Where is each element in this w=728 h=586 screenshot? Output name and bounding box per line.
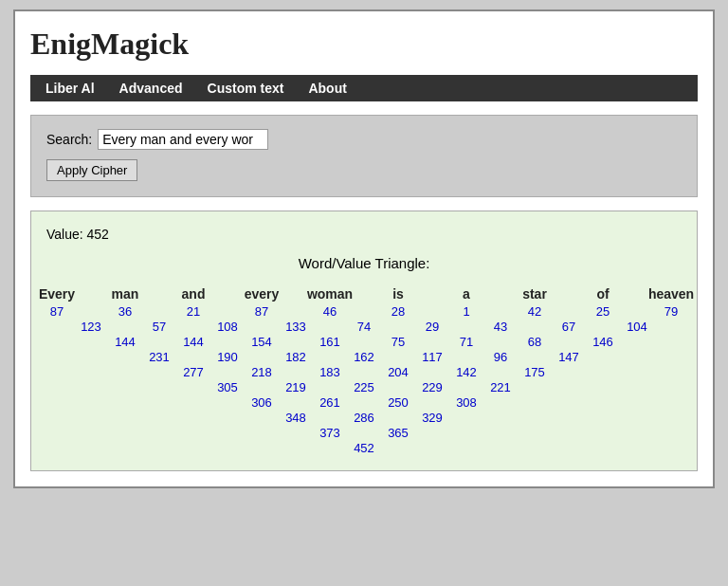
num-link[interactable]: 250	[388, 395, 409, 410]
num-link[interactable]: 29	[426, 320, 439, 334]
search-label: Search:	[46, 132, 92, 147]
num-link[interactable]: 123	[81, 320, 101, 334]
num-row: 23119018216211796147	[125, 349, 705, 364]
num-link[interactable]: 452	[354, 441, 374, 455]
num-link[interactable]: 183	[319, 365, 340, 379]
num-link[interactable]: 261	[319, 395, 340, 410]
word-cell: is	[364, 286, 432, 302]
word-cell: man	[91, 286, 159, 302]
num-row: 8736218746281422579	[23, 303, 705, 319]
num-link[interactable]: 42	[528, 304, 541, 319]
num-link[interactable]: 373	[319, 426, 340, 440]
num-link[interactable]: 231	[149, 350, 170, 364]
num-link[interactable]: 221	[490, 380, 511, 394]
num-link[interactable]: 161	[319, 335, 340, 349]
num-link[interactable]: 306	[251, 395, 272, 410]
nav-bar: Liber AlAdvancedCustom textAbout	[30, 75, 698, 101]
num-link[interactable]: 1	[463, 304, 469, 319]
num-link[interactable]: 204	[388, 365, 409, 379]
num-row: 373365	[296, 425, 705, 440]
num-link[interactable]: 146	[592, 335, 613, 349]
words-row: Everymanandeverywomanisastarofheaven	[23, 286, 705, 302]
nav-item-liber-al[interactable]: Liber Al	[36, 79, 104, 98]
num-link[interactable]: 147	[558, 350, 579, 364]
num-link[interactable]: 218	[251, 365, 272, 379]
num-link[interactable]: 68	[528, 335, 541, 349]
word-cell: heaven	[637, 286, 705, 302]
num-link[interactable]: 329	[422, 411, 443, 425]
word-cell: woman	[296, 286, 364, 302]
num-row: 144144154161757168146	[91, 334, 705, 349]
num-row: 306261250308	[228, 394, 705, 410]
num-link[interactable]: 36	[118, 304, 132, 319]
word-cell: Every	[23, 286, 91, 302]
triangle-container: Everymanandeverywomanisastarofheaven 873…	[46, 286, 682, 455]
num-link[interactable]: 108	[217, 320, 238, 334]
num-link[interactable]: 154	[251, 335, 272, 349]
num-row: 452	[330, 440, 705, 455]
num-link[interactable]: 43	[494, 320, 507, 334]
nav-item-about[interactable]: About	[299, 79, 355, 98]
num-link[interactable]: 365	[388, 426, 409, 440]
num-link[interactable]: 28	[391, 304, 405, 319]
num-link[interactable]: 175	[524, 365, 545, 379]
word-cell: a	[432, 286, 500, 302]
word-cell: of	[569, 286, 637, 302]
num-row: 305219225229221	[193, 379, 705, 394]
result-panel: Value: 452 Word/Value Triangle: Everyman…	[30, 211, 698, 471]
num-link[interactable]: 74	[357, 320, 371, 334]
num-link[interactable]: 79	[664, 304, 678, 319]
num-row: 277218183204142175	[159, 364, 705, 379]
nav-item-advanced[interactable]: Advanced	[110, 79, 192, 98]
num-link[interactable]: 182	[285, 350, 306, 364]
search-input[interactable]	[98, 129, 268, 150]
num-link[interactable]: 71	[460, 335, 473, 349]
num-link[interactable]: 46	[323, 304, 337, 319]
num-link[interactable]: 162	[354, 350, 374, 364]
num-link[interactable]: 348	[285, 411, 306, 425]
word-cell: star	[500, 286, 569, 302]
num-link[interactable]: 57	[153, 320, 166, 334]
num-link[interactable]: 87	[255, 304, 268, 319]
num-link[interactable]: 225	[354, 380, 374, 394]
num-row: 348286329	[262, 410, 705, 425]
word-cell: every	[228, 286, 296, 302]
app-title: EnigMagick	[30, 27, 698, 62]
nav-item-custom-text[interactable]: Custom text	[198, 79, 294, 98]
num-link[interactable]: 308	[456, 395, 477, 410]
num-link[interactable]: 117	[422, 350, 443, 364]
search-panel: Search: Apply Cipher	[30, 115, 698, 197]
word-cell: and	[159, 286, 228, 302]
num-link[interactable]: 286	[354, 411, 374, 425]
num-link[interactable]: 190	[217, 350, 238, 364]
num-link[interactable]: 21	[187, 304, 200, 319]
num-link[interactable]: 305	[217, 380, 238, 394]
num-link[interactable]: 25	[596, 304, 610, 319]
num-link[interactable]: 229	[422, 380, 443, 394]
num-link[interactable]: 133	[285, 320, 306, 334]
num-link[interactable]: 75	[391, 335, 405, 349]
num-link[interactable]: 67	[562, 320, 575, 334]
num-link[interactable]: 96	[494, 350, 507, 364]
num-link[interactable]: 144	[115, 335, 136, 349]
num-link[interactable]: 104	[627, 320, 647, 334]
num-link[interactable]: 142	[456, 365, 477, 379]
value-display: Value: 452	[46, 227, 682, 242]
num-row: 1235710813374294367104	[57, 319, 705, 334]
num-link[interactable]: 219	[285, 380, 306, 394]
triangle-title: Word/Value Triangle:	[46, 255, 682, 271]
num-link[interactable]: 144	[183, 335, 204, 349]
num-link[interactable]: 277	[183, 365, 204, 379]
apply-cipher-button[interactable]: Apply Cipher	[46, 159, 137, 181]
num-link[interactable]: 87	[50, 304, 64, 319]
